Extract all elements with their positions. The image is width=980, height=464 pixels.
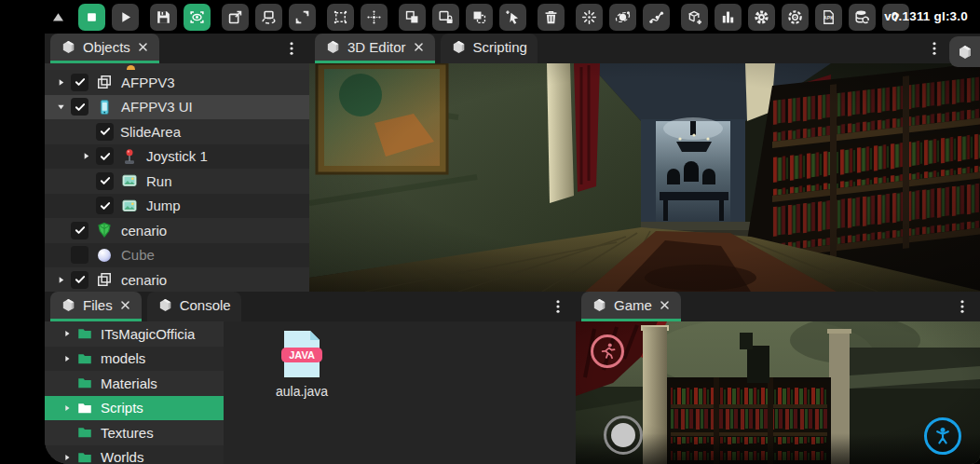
play-button[interactable] [112, 4, 139, 31]
visibility-checkbox[interactable] [96, 123, 114, 141]
tab-3d-editor[interactable]: 3D Editor [315, 34, 435, 63]
objects-kebab-menu-icon[interactable] [283, 40, 300, 57]
object-row-jump[interactable]: Jump [45, 194, 309, 219]
delete-button[interactable] [538, 4, 565, 31]
pivot-tool-button[interactable] [361, 4, 388, 31]
check-icon [99, 174, 112, 187]
object-label: cenario [121, 272, 167, 288]
tab-scripting[interactable]: Scripting [441, 34, 538, 63]
tree-row-worlds[interactable]: Worlds [45, 445, 224, 464]
tab-game[interactable]: Game [581, 292, 681, 321]
move-tool-button[interactable] [222, 4, 249, 31]
play-icon [116, 8, 134, 26]
engine-cube-icon [61, 39, 76, 55]
orbit-view-button[interactable] [609, 4, 636, 31]
game-kebab-menu-icon[interactable] [954, 298, 971, 315]
object-row-joystick-1[interactable]: Joystick 1 [45, 144, 309, 170]
duplicate-button[interactable] [466, 4, 493, 31]
object-label: AFPPV3 UI [121, 99, 193, 115]
visibility-button[interactable] [184, 4, 211, 31]
files-kebab-menu-icon[interactable] [550, 298, 566, 315]
object-row-slidearea[interactable]: SlideArea [45, 119, 309, 144]
close-icon[interactable] [119, 299, 131, 311]
stats-button[interactable] [715, 4, 742, 31]
tree-row-models[interactable]: models [45, 347, 224, 372]
object-row-cenario[interactable]: cenario [45, 267, 309, 292]
tab-3d-editor-label: 3D Editor [347, 39, 406, 55]
bring-forward-button[interactable] [399, 4, 426, 31]
tap-place-button[interactable] [499, 4, 526, 31]
visibility-checkbox[interactable] [96, 197, 114, 214]
tree-row-scripts[interactable]: Scripts [45, 396, 224, 421]
check-icon [99, 125, 112, 138]
collapse-toolbar-button[interactable] [45, 4, 72, 31]
sphere-icon [95, 246, 114, 265]
accessibility-button[interactable] [924, 417, 961, 455]
visibility-checkbox[interactable] [71, 98, 88, 116]
tab-objects[interactable]: Objects [50, 34, 159, 63]
3d-scene [309, 63, 980, 292]
editor-tabbar: 3D Editor Scripting [309, 34, 980, 63]
object-label: cenario [121, 223, 167, 239]
settings-button[interactable] [748, 4, 775, 31]
object-row-cube[interactable]: Cube [45, 243, 309, 268]
tree-row-itsmagicofficia[interactable]: ITsMagicOfficia [45, 321, 224, 347]
close-icon[interactable] [413, 41, 425, 53]
object-row-afppv3[interactable]: AFPPV3 [45, 70, 309, 95]
object-row-run[interactable]: Run [45, 169, 309, 194]
tab-console[interactable]: Console [147, 292, 241, 321]
close-icon[interactable] [137, 41, 149, 53]
visibility-checkbox[interactable] [96, 147, 114, 165]
file-item-aula-java[interactable]: JAVA aula.java [259, 329, 345, 399]
folder-icon [76, 325, 93, 342]
object-row-afppv3-ui[interactable]: AFPPV3 UI [45, 95, 309, 120]
tri-right-icon [62, 329, 72, 338]
chevron-right-icon[interactable] [58, 329, 76, 338]
scale-tool-button[interactable] [289, 4, 316, 31]
engine-cube-icon [157, 297, 173, 313]
visibility-checkbox[interactable] [71, 246, 88, 264]
joystick-overlay[interactable] [604, 416, 643, 455]
folder-tree: ITsMagicOfficiamodelsMaterialsScriptsTex… [45, 321, 224, 464]
close-icon[interactable] [659, 299, 671, 311]
node-path-button[interactable] [643, 4, 670, 31]
rect-select-tool-button[interactable] [327, 4, 354, 31]
save-button[interactable] [150, 4, 177, 31]
effects-button[interactable] [576, 4, 603, 31]
lock-object-button[interactable] [432, 4, 459, 31]
3d-viewport[interactable] [309, 63, 980, 292]
tri-right-icon [56, 275, 66, 285]
visibility-checkbox[interactable] [96, 172, 114, 190]
run-overlay-button[interactable] [591, 334, 624, 368]
visibility-checkbox[interactable] [71, 222, 88, 239]
tree-row-textures[interactable]: Textures [45, 420, 224, 445]
object-row-cenario[interactable]: cenario [45, 218, 309, 243]
tab-files[interactable]: Files [50, 292, 142, 321]
visibility-checkbox[interactable] [71, 271, 88, 289]
sync-database-button[interactable] [849, 4, 876, 31]
tree-row-materials[interactable]: Materials [45, 371, 224, 396]
chevron-right-icon[interactable] [50, 77, 71, 88]
folder-label: Worlds [101, 449, 143, 464]
side-panel-toggle-button[interactable] [949, 36, 980, 67]
folder-label: Materials [101, 375, 157, 391]
chevron-down-icon[interactable] [50, 102, 71, 112]
chevron-right-icon[interactable] [58, 354, 76, 363]
file-grid[interactable]: JAVA aula.java [224, 321, 576, 464]
stop-button[interactable] [78, 4, 105, 31]
add-object-button[interactable] [681, 4, 708, 31]
visibility-checkbox[interactable] [71, 74, 88, 91]
rotate-tool-button[interactable] [255, 4, 282, 31]
trash-icon [542, 8, 560, 26]
runner-icon [597, 341, 618, 362]
chevron-right-icon[interactable] [50, 275, 71, 285]
chevron-right-icon[interactable] [58, 403, 76, 413]
tri-up-icon [49, 8, 67, 26]
joystick-knob[interactable] [611, 423, 635, 447]
export-apk-button[interactable] [815, 4, 842, 31]
chevron-right-icon[interactable] [58, 453, 76, 462]
chevron-right-icon[interactable] [75, 151, 96, 161]
editor-kebab-menu-icon[interactable] [926, 40, 943, 57]
game-viewport[interactable] [576, 321, 980, 464]
project-settings-button[interactable] [782, 4, 809, 31]
